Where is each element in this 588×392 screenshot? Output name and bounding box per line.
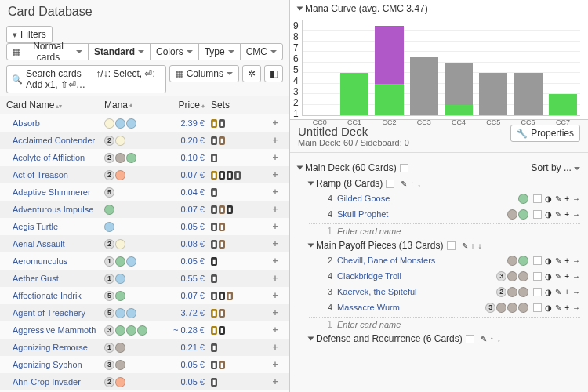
move-icon[interactable]: → bbox=[572, 256, 580, 265]
entry-row[interactable]: 1 bbox=[309, 317, 580, 332]
add-card-button[interactable]: + bbox=[267, 187, 283, 198]
edit-icon[interactable]: ✎ bbox=[555, 303, 561, 312]
add-card-button[interactable]: + bbox=[267, 169, 283, 180]
card-row[interactable]: Aegis Turtle 0.05 € ▮▮ + bbox=[0, 218, 289, 235]
group-checkbox[interactable] bbox=[447, 241, 456, 250]
settings-icon-button[interactable]: ✲ bbox=[242, 65, 261, 82]
add-card-button[interactable]: + bbox=[267, 376, 283, 387]
colors-button[interactable]: Colors bbox=[150, 43, 199, 60]
card-checkbox[interactable] bbox=[533, 256, 542, 265]
add-icon[interactable]: + bbox=[564, 256, 569, 265]
entry-row[interactable]: 1 bbox=[309, 223, 580, 238]
edit-icon[interactable]: ✎ bbox=[462, 241, 468, 250]
sort-by-button[interactable]: Sort by ... bbox=[532, 162, 580, 173]
bar-CC2[interactable]: CC2 bbox=[375, 20, 403, 115]
add-card-button[interactable]: + bbox=[267, 273, 283, 284]
bar-CC3[interactable]: CC3 bbox=[410, 20, 438, 115]
edit-icon[interactable]: ✎ bbox=[555, 256, 561, 265]
tag-icon[interactable]: ◑ bbox=[545, 288, 552, 296]
move-icon[interactable]: → bbox=[572, 194, 580, 203]
edit-icon[interactable]: ✎ bbox=[555, 194, 561, 203]
format-button[interactable]: Standard bbox=[88, 43, 151, 60]
up-icon[interactable]: ↑ bbox=[471, 241, 475, 250]
properties-button[interactable]: 🔧 Properties bbox=[510, 125, 580, 142]
move-icon[interactable]: → bbox=[572, 303, 580, 312]
bar-CC5[interactable]: CC5 bbox=[479, 20, 507, 115]
add-card-button[interactable]: + bbox=[267, 118, 283, 129]
bar-CC6[interactable]: CC6 bbox=[514, 20, 542, 115]
edit-icon[interactable]: ✎ bbox=[555, 210, 561, 219]
collapse-icon[interactable] bbox=[308, 244, 314, 248]
card-entry-input[interactable] bbox=[337, 227, 580, 236]
collapse-icon[interactable] bbox=[308, 337, 314, 341]
view-mode-button[interactable]: ▦ Normal cards bbox=[6, 43, 89, 60]
col-name[interactable]: Card Name▴▾ bbox=[6, 100, 104, 111]
add-card-button[interactable]: + bbox=[267, 135, 283, 146]
card-row[interactable]: Adaptive Shimmerer 5 0.04 € ▮ + bbox=[0, 183, 289, 201]
move-icon[interactable]: → bbox=[572, 210, 580, 219]
move-icon[interactable]: → bbox=[572, 272, 580, 281]
cmc-button[interactable]: CMC bbox=[240, 43, 283, 60]
layout-icon-button[interactable]: ◧ bbox=[264, 65, 283, 82]
card-row[interactable]: Ahn-Crop Invader 2 0.05 € ▮ + bbox=[0, 373, 289, 390]
search-input[interactable]: 🔍 Search cards — ↑/↓: Select, ⏎: Add x1,… bbox=[6, 65, 166, 93]
deck-card-row[interactable]: 2 Chevill, Bane of Monsters ◑ ✎ + → bbox=[309, 252, 580, 268]
collapse-icon[interactable] bbox=[297, 7, 303, 11]
add-card-button[interactable]: + bbox=[267, 325, 283, 336]
add-card-button[interactable]: + bbox=[267, 256, 283, 267]
edit-icon[interactable]: ✎ bbox=[401, 180, 407, 188]
add-icon[interactable]: + bbox=[564, 303, 569, 312]
bar-CC0[interactable]: CC0 bbox=[306, 20, 334, 115]
deck-card-row[interactable]: 3 Kaervek, the Spiteful 2 ◑ ✎ + → bbox=[309, 284, 580, 299]
type-button[interactable]: Type bbox=[198, 43, 241, 60]
add-card-button[interactable]: + bbox=[267, 342, 283, 353]
add-card-button[interactable]: + bbox=[267, 359, 283, 370]
edit-icon[interactable]: ✎ bbox=[555, 288, 561, 296]
main-deck-checkbox[interactable] bbox=[400, 164, 408, 172]
card-entry-input[interactable] bbox=[337, 320, 580, 329]
card-row[interactable]: Absorb 2.39 € ▮▮ + bbox=[0, 114, 289, 132]
add-card-button[interactable]: + bbox=[267, 221, 283, 232]
deck-card-row[interactable]: 4 Massacre Wurm 3 ◑ ✎ + → bbox=[309, 299, 580, 315]
card-row[interactable]: Agonizing Remorse 1 0.21 € ▮ + bbox=[0, 339, 289, 356]
edit-icon[interactable]: ✎ bbox=[555, 272, 561, 281]
card-checkbox[interactable] bbox=[533, 272, 542, 281]
add-icon[interactable]: + bbox=[564, 194, 569, 203]
col-price[interactable]: Price♦ bbox=[161, 100, 205, 111]
card-row[interactable]: Agent of Treachery 5 3.72 € ▮▮ + bbox=[0, 304, 289, 321]
collapse-icon[interactable] bbox=[297, 166, 303, 170]
card-row[interactable]: Affectionate Indrik 5 0.07 € ▮▮▮ + bbox=[0, 287, 289, 304]
add-card-button[interactable]: + bbox=[267, 307, 283, 318]
bar-CC4[interactable]: CC4 bbox=[445, 20, 473, 115]
card-checkbox[interactable] bbox=[533, 288, 542, 296]
deck-card-row[interactable]: 4 Skull Prophet ◑ ✎ + → bbox=[309, 206, 580, 222]
tag-icon[interactable]: ◑ bbox=[545, 256, 552, 265]
group-checkbox[interactable] bbox=[466, 335, 474, 343]
columns-button[interactable]: ▦ Columns bbox=[169, 65, 239, 82]
card-list[interactable]: Absorb 2.39 € ▮▮ + Acclaimed Contender 2… bbox=[0, 114, 289, 392]
tag-icon[interactable]: ◑ bbox=[545, 210, 552, 219]
tag-icon[interactable]: ◑ bbox=[545, 272, 552, 281]
col-mana[interactable]: Mana♦ bbox=[104, 100, 161, 111]
add-card-button[interactable]: + bbox=[267, 204, 283, 215]
deck-card-row[interactable]: 4 Clackbridge Troll 3 ◑ ✎ + → bbox=[309, 268, 580, 284]
bar-CC1[interactable]: CC1 bbox=[340, 20, 368, 115]
card-checkbox[interactable] bbox=[533, 210, 542, 219]
down-icon[interactable]: ↓ bbox=[497, 335, 501, 343]
card-row[interactable]: Acclaimed Contender 2 0.20 € ▮▮ + bbox=[0, 132, 289, 149]
card-row[interactable]: Aether Gust 1 0.55 € ▮ + bbox=[0, 270, 289, 287]
add-icon[interactable]: + bbox=[564, 288, 569, 296]
card-checkbox[interactable] bbox=[533, 194, 542, 203]
up-icon[interactable]: ↑ bbox=[490, 335, 494, 343]
bar-CC7[interactable]: CC7 bbox=[549, 20, 577, 115]
col-sets[interactable]: Sets bbox=[205, 100, 267, 111]
card-row[interactable]: Aerial Assault 2 0.08 € ▮▮ + bbox=[0, 235, 289, 252]
card-row[interactable]: Aggressive Mammoth 3 ~ 0.28 € ▮▮ + bbox=[0, 321, 289, 339]
down-icon[interactable]: ↓ bbox=[478, 241, 482, 250]
collapse-icon[interactable] bbox=[308, 182, 314, 186]
card-row[interactable]: Act of Treason 2 0.07 € ▮▮▮▮ + bbox=[0, 166, 289, 183]
tag-icon[interactable]: ◑ bbox=[545, 194, 552, 203]
card-row[interactable]: Adventurous Impulse 0.07 € ▮▮▮ + bbox=[0, 201, 289, 218]
card-row[interactable]: Agonizing Syphon 3 0.05 € ▮▮ + bbox=[0, 356, 289, 373]
card-row[interactable]: Aeromunculus 1 0.05 € ▮ + bbox=[0, 252, 289, 270]
